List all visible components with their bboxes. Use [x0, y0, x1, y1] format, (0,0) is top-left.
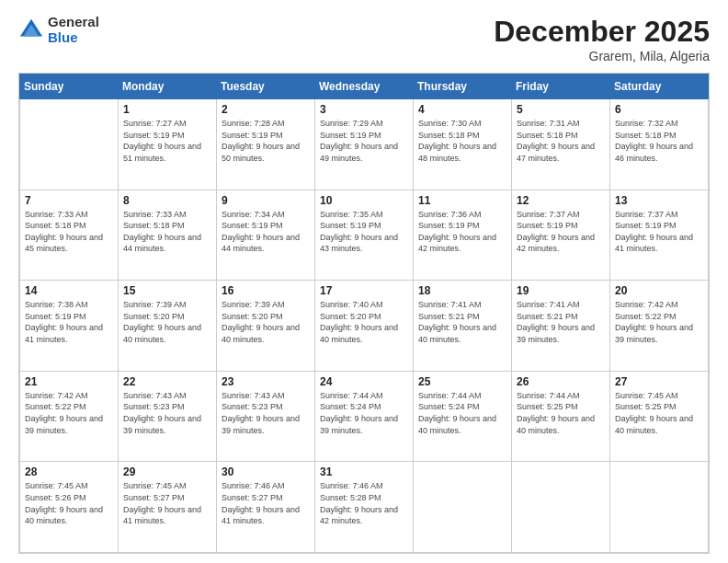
- table-row: 5Sunrise: 7:31 AMSunset: 5:18 PMDaylight…: [512, 99, 610, 190]
- day-info: Sunrise: 7:28 AMSunset: 5:19 PMDaylight:…: [222, 118, 310, 164]
- table-row: [512, 462, 610, 553]
- day-info: Sunrise: 7:42 AMSunset: 5:22 PMDaylight:…: [615, 299, 703, 345]
- table-row: 14Sunrise: 7:38 AMSunset: 5:19 PMDayligh…: [20, 281, 119, 372]
- calendar: Sunday Monday Tuesday Wednesday Thursday…: [18, 73, 710, 554]
- day-number: 18: [418, 284, 506, 297]
- logo: General Blue: [18, 15, 99, 45]
- table-row: 12Sunrise: 7:37 AMSunset: 5:19 PMDayligh…: [512, 190, 610, 281]
- day-number: 13: [615, 194, 703, 207]
- col-tuesday: Tuesday: [217, 75, 315, 99]
- table-row: 3Sunrise: 7:29 AMSunset: 5:19 PMDaylight…: [315, 99, 414, 190]
- day-number: 11: [418, 194, 506, 207]
- day-info: Sunrise: 7:27 AMSunset: 5:19 PMDaylight:…: [123, 118, 211, 164]
- day-info: Sunrise: 7:33 AMSunset: 5:18 PMDaylight:…: [123, 209, 211, 255]
- day-info: Sunrise: 7:32 AMSunset: 5:18 PMDaylight:…: [615, 118, 703, 164]
- table-row: 30Sunrise: 7:46 AMSunset: 5:27 PMDayligh…: [217, 462, 315, 553]
- table-row: 20Sunrise: 7:42 AMSunset: 5:22 PMDayligh…: [610, 281, 709, 372]
- calendar-table: Sunday Monday Tuesday Wednesday Thursday…: [19, 74, 709, 553]
- table-row: 22Sunrise: 7:43 AMSunset: 5:23 PMDayligh…: [119, 371, 217, 462]
- day-info: Sunrise: 7:45 AMSunset: 5:27 PMDaylight:…: [123, 480, 211, 526]
- calendar-body: 1Sunrise: 7:27 AMSunset: 5:19 PMDaylight…: [20, 99, 709, 553]
- day-info: Sunrise: 7:44 AMSunset: 5:24 PMDaylight:…: [320, 390, 408, 436]
- day-number: 1: [123, 103, 211, 116]
- day-number: 21: [25, 375, 113, 388]
- day-number: 6: [615, 103, 703, 116]
- day-number: 7: [25, 194, 113, 207]
- day-number: 29: [123, 465, 211, 478]
- col-thursday: Thursday: [414, 75, 512, 99]
- table-row: 25Sunrise: 7:44 AMSunset: 5:24 PMDayligh…: [414, 371, 512, 462]
- day-info: Sunrise: 7:40 AMSunset: 5:20 PMDaylight:…: [320, 299, 408, 345]
- day-number: 12: [517, 194, 605, 207]
- day-info: Sunrise: 7:43 AMSunset: 5:23 PMDaylight:…: [222, 390, 310, 436]
- day-info: Sunrise: 7:29 AMSunset: 5:19 PMDaylight:…: [320, 118, 408, 164]
- table-row: 9Sunrise: 7:34 AMSunset: 5:19 PMDaylight…: [217, 190, 315, 281]
- day-info: Sunrise: 7:35 AMSunset: 5:19 PMDaylight:…: [320, 209, 408, 255]
- month-title: December 2025: [494, 15, 710, 49]
- logo-icon: [18, 17, 44, 43]
- col-sunday: Sunday: [20, 75, 119, 99]
- table-row: 2Sunrise: 7:28 AMSunset: 5:19 PMDaylight…: [217, 99, 315, 190]
- table-row: 6Sunrise: 7:32 AMSunset: 5:18 PMDaylight…: [610, 99, 709, 190]
- day-info: Sunrise: 7:38 AMSunset: 5:19 PMDaylight:…: [25, 299, 113, 345]
- calendar-week-1: 7Sunrise: 7:33 AMSunset: 5:18 PMDaylight…: [20, 190, 709, 281]
- day-info: Sunrise: 7:33 AMSunset: 5:18 PMDaylight:…: [25, 209, 113, 255]
- day-number: 15: [123, 284, 211, 297]
- day-number: 24: [320, 375, 408, 388]
- day-info: Sunrise: 7:44 AMSunset: 5:24 PMDaylight:…: [418, 390, 506, 436]
- table-row: 21Sunrise: 7:42 AMSunset: 5:22 PMDayligh…: [20, 371, 119, 462]
- title-block: December 2025 Grarem, Mila, Algeria: [494, 15, 710, 63]
- table-row: 1Sunrise: 7:27 AMSunset: 5:19 PMDaylight…: [119, 99, 217, 190]
- location: Grarem, Mila, Algeria: [494, 49, 710, 63]
- day-number: 3: [320, 103, 408, 116]
- day-number: 10: [320, 194, 408, 207]
- logo-general: General: [48, 15, 99, 30]
- day-info: Sunrise: 7:37 AMSunset: 5:19 PMDaylight:…: [615, 209, 703, 255]
- day-number: 14: [25, 284, 113, 297]
- day-info: Sunrise: 7:34 AMSunset: 5:19 PMDaylight:…: [222, 209, 310, 255]
- table-row: 28Sunrise: 7:45 AMSunset: 5:26 PMDayligh…: [20, 462, 119, 553]
- day-number: 17: [320, 284, 408, 297]
- day-info: Sunrise: 7:46 AMSunset: 5:28 PMDaylight:…: [320, 480, 408, 526]
- day-number: 26: [517, 375, 605, 388]
- calendar-week-4: 28Sunrise: 7:45 AMSunset: 5:26 PMDayligh…: [20, 462, 709, 553]
- day-info: Sunrise: 7:37 AMSunset: 5:19 PMDaylight:…: [517, 209, 605, 255]
- day-info: Sunrise: 7:45 AMSunset: 5:26 PMDaylight:…: [25, 480, 113, 526]
- day-info: Sunrise: 7:45 AMSunset: 5:25 PMDaylight:…: [615, 390, 703, 436]
- day-info: Sunrise: 7:36 AMSunset: 5:19 PMDaylight:…: [418, 209, 506, 255]
- day-number: 16: [222, 284, 310, 297]
- table-row: 29Sunrise: 7:45 AMSunset: 5:27 PMDayligh…: [119, 462, 217, 553]
- table-row: [414, 462, 512, 553]
- table-row: 11Sunrise: 7:36 AMSunset: 5:19 PMDayligh…: [414, 190, 512, 281]
- table-row: 17Sunrise: 7:40 AMSunset: 5:20 PMDayligh…: [315, 281, 414, 372]
- day-info: Sunrise: 7:41 AMSunset: 5:21 PMDaylight:…: [418, 299, 506, 345]
- day-number: 22: [123, 375, 211, 388]
- day-number: 25: [418, 375, 506, 388]
- calendar-header: Sunday Monday Tuesday Wednesday Thursday…: [20, 75, 709, 99]
- header: General Blue December 2025 Grarem, Mila,…: [18, 15, 710, 63]
- day-info: Sunrise: 7:46 AMSunset: 5:27 PMDaylight:…: [222, 480, 310, 526]
- day-number: 19: [517, 284, 605, 297]
- table-row: 4Sunrise: 7:30 AMSunset: 5:18 PMDaylight…: [414, 99, 512, 190]
- table-row: 16Sunrise: 7:39 AMSunset: 5:20 PMDayligh…: [217, 281, 315, 372]
- day-number: 20: [615, 284, 703, 297]
- calendar-week-3: 21Sunrise: 7:42 AMSunset: 5:22 PMDayligh…: [20, 371, 709, 462]
- table-row: [20, 99, 119, 190]
- table-row: 8Sunrise: 7:33 AMSunset: 5:18 PMDaylight…: [119, 190, 217, 281]
- day-number: 5: [517, 103, 605, 116]
- calendar-week-0: 1Sunrise: 7:27 AMSunset: 5:19 PMDaylight…: [20, 99, 709, 190]
- table-row: 31Sunrise: 7:46 AMSunset: 5:28 PMDayligh…: [315, 462, 414, 553]
- day-info: Sunrise: 7:42 AMSunset: 5:22 PMDaylight:…: [25, 390, 113, 436]
- table-row: 23Sunrise: 7:43 AMSunset: 5:23 PMDayligh…: [217, 371, 315, 462]
- day-info: Sunrise: 7:30 AMSunset: 5:18 PMDaylight:…: [418, 118, 506, 164]
- table-row: 10Sunrise: 7:35 AMSunset: 5:19 PMDayligh…: [315, 190, 414, 281]
- table-row: 27Sunrise: 7:45 AMSunset: 5:25 PMDayligh…: [610, 371, 709, 462]
- table-row: 15Sunrise: 7:39 AMSunset: 5:20 PMDayligh…: [119, 281, 217, 372]
- day-number: 8: [123, 194, 211, 207]
- day-number: 4: [418, 103, 506, 116]
- table-row: 7Sunrise: 7:33 AMSunset: 5:18 PMDaylight…: [20, 190, 119, 281]
- day-info: Sunrise: 7:39 AMSunset: 5:20 PMDaylight:…: [222, 299, 310, 345]
- day-number: 9: [222, 194, 310, 207]
- day-number: 2: [222, 103, 310, 116]
- col-wednesday: Wednesday: [315, 75, 414, 99]
